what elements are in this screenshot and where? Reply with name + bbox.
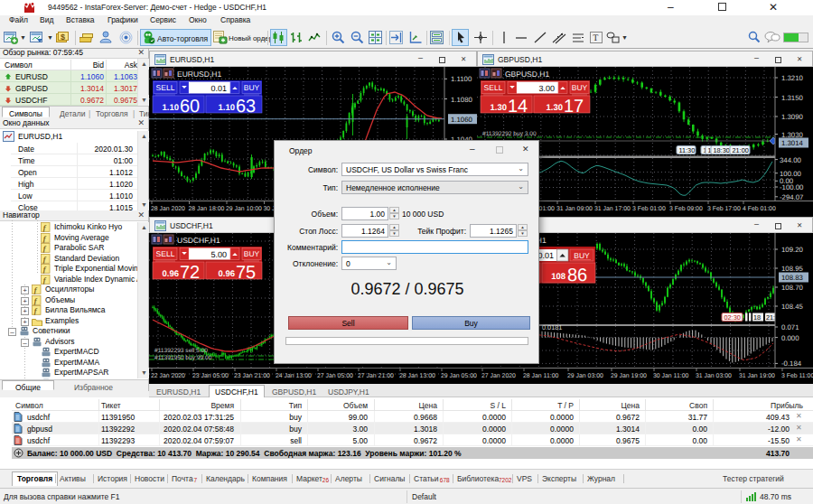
svg-text:108.95: 108.95 [781, 265, 804, 273]
svg-text:T: T [593, 33, 598, 43]
svg-text:$: $ [61, 33, 65, 42]
svg-text:28 Jan 13:00: 28 Jan 13:00 [399, 373, 435, 379]
svg-text:29 Jan 03:00: 29 Jan 03:00 [567, 373, 603, 379]
svg-text:1.10: 1.10 [219, 103, 236, 113]
svg-text:108: 108 [551, 272, 565, 282]
svg-text:0.01: 0.01 [210, 84, 227, 93]
svg-text:29 Jan 10:00: 29 Jan 10:00 [226, 206, 262, 212]
svg-text:86: 86 [567, 266, 587, 285]
svg-text:3 Feb 01:00: 3 Feb 01:00 [632, 206, 666, 212]
svg-text:1.3090: 1.3090 [781, 113, 804, 121]
svg-text:23 Jan 21:00: 23 Jan 21:00 [234, 373, 270, 379]
svg-text:-100.00: -100.00 [780, 183, 804, 191]
svg-text:0.96: 0.96 [219, 269, 236, 279]
svg-text:29 Jan 19:00: 29 Jan 19:00 [611, 373, 647, 379]
svg-text:#11392293 sell 5.00: #11392293 sell 5.00 [154, 348, 208, 354]
svg-text:1.3030: 1.3030 [781, 131, 804, 139]
svg-text:BUY: BUY [244, 83, 260, 92]
svg-text:1.1060: 1.1060 [451, 116, 473, 124]
svg-text:0.96: 0.96 [163, 269, 180, 279]
svg-text:-294.07: -294.07 [780, 193, 803, 201]
svg-text:23 Jan 05:00: 23 Jan 05:00 [192, 373, 229, 379]
svg-text:EURUSD,H1: EURUSD,H1 [177, 70, 221, 79]
svg-text:5.00: 5.00 [210, 250, 227, 259]
svg-text:1.30: 1.30 [491, 103, 508, 113]
svg-text:109.20: 109.20 [781, 246, 804, 254]
svg-text:31 Jan 09:00: 31 Jan 09:00 [556, 206, 593, 212]
svg-text:1.30: 1.30 [547, 103, 564, 113]
svg-text:24 Jan 13:00: 24 Jan 13:00 [276, 373, 312, 379]
svg-text:22 Jan 2020: 22 Jan 2020 [151, 373, 185, 379]
svg-text:18: 18 [753, 313, 761, 322]
svg-text:17: 17 [564, 97, 584, 117]
svg-text:BUY: BUY [574, 251, 590, 260]
svg-text:0.01: 0.01 [537, 251, 554, 260]
svg-text:4 Feb 01:00: 4 Feb 01:00 [743, 206, 776, 212]
svg-text:1.1080: 1.1080 [451, 96, 473, 104]
svg-text:75: 75 [236, 263, 256, 283]
svg-text:18:30: 18:30 [714, 146, 730, 154]
svg-text:28 Jan 18:00: 28 Jan 18:00 [189, 206, 225, 212]
svg-text:21:: 21: [766, 313, 775, 322]
svg-text:108.70: 108.70 [781, 284, 804, 292]
svg-text:63: 63 [236, 97, 256, 117]
svg-text:28 Jan 11:00: 28 Jan 11:00 [523, 373, 559, 379]
svg-text:3 Feb 17:00: 3 Feb 17:00 [707, 206, 741, 212]
svg-text:344.00: 344.00 [780, 156, 802, 164]
svg-text:14: 14 [508, 97, 528, 117]
svg-text:30 Jan 11:00: 30 Jan 11:00 [653, 373, 689, 379]
svg-text:0.0181: 0.0181 [542, 323, 562, 331]
svg-text:11:30: 11:30 [679, 146, 696, 154]
svg-text:31 Jan 17:00: 31 Jan 17:00 [594, 206, 631, 212]
svg-text:0.000: 0.000 [781, 334, 799, 342]
svg-text:1.3210: 1.3210 [781, 74, 804, 82]
svg-text:BUY: BUY [572, 83, 588, 92]
svg-text:#11392292 buy 3.00: #11392292 buy 3.00 [482, 131, 537, 137]
svg-text:27 Jan 2020: 27 Jan 2020 [481, 373, 516, 379]
svg-text:108.83: 108.83 [781, 274, 803, 282]
svg-text:72: 72 [180, 263, 200, 283]
svg-text:-0.184: -0.184 [781, 359, 802, 368]
svg-text:3 Feb 09:00: 3 Feb 09:00 [669, 206, 703, 212]
svg-text:1.3150: 1.3150 [781, 94, 804, 102]
svg-text:21:00: 21:00 [733, 146, 749, 154]
svg-text:3.00: 3.00 [538, 84, 555, 93]
svg-text:1.10: 1.10 [163, 103, 180, 113]
svg-text:3 Feb 11:00: 3 Feb 11:00 [781, 373, 813, 379]
svg-text:02:30: 02:30 [724, 313, 741, 322]
svg-text:USDCHF,H1: USDCHF,H1 [177, 236, 220, 245]
svg-text:27 Jan 21:00: 27 Jan 21:00 [358, 373, 394, 379]
svg-text:GBPUSD,H1: GBPUSD,H1 [505, 70, 549, 79]
svg-text:SELL: SELL [156, 83, 175, 92]
svg-text:28 Jan 2020: 28 Jan 2020 [151, 206, 185, 212]
svg-text:0.071: 0.071 [781, 323, 799, 331]
svg-text:31 Jan 19:00: 31 Jan 19:00 [739, 373, 775, 379]
svg-text:BUY: BUY [244, 249, 260, 258]
svg-text:31 Jan 03:00: 31 Jan 03:00 [696, 373, 732, 379]
svg-text:#11391950 buy 99.00: #11391950 buy 99.00 [154, 355, 212, 361]
svg-text:27 Jan 05:00: 27 Jan 05:00 [317, 373, 353, 379]
svg-text:108.45: 108.45 [781, 303, 804, 311]
svg-text:1.3014: 1.3014 [781, 139, 804, 147]
svg-text:SELL: SELL [484, 83, 503, 92]
svg-text:SELL: SELL [156, 249, 175, 258]
svg-text:1.1100: 1.1100 [451, 75, 472, 83]
svg-text:60: 60 [180, 97, 200, 117]
svg-text:29 Jan 05:00: 29 Jan 05:00 [441, 373, 477, 379]
